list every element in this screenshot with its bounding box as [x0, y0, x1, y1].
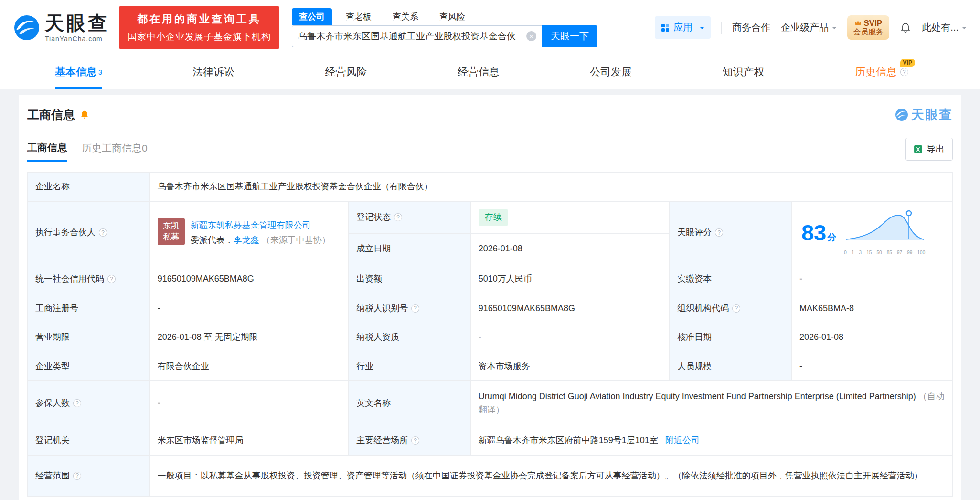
- address-text: 新疆乌鲁木齐市米东区府前中路159号1层101室: [479, 435, 658, 445]
- score-axis-tick: 0: [844, 249, 847, 257]
- staff-size-label: 人员规模: [670, 352, 792, 381]
- table-row: 工商注册号 - 纳税人识别号? 91650109MAK65BMA8G 组织机构代…: [28, 294, 953, 323]
- help-icon[interactable]: ?: [715, 228, 723, 237]
- search-area: 查公司 查老板 查关系 查风险 × 天眼一下: [292, 8, 597, 47]
- help-icon[interactable]: ?: [411, 304, 419, 313]
- registration-authority-value: 米东区市场监督管理局: [149, 426, 348, 456]
- score-axis-tick: 99: [907, 249, 912, 257]
- help-icon[interactable]: ?: [73, 399, 81, 407]
- tab-legal-proceedings[interactable]: 法律诉讼: [192, 55, 234, 89]
- apps-label: 应用: [673, 21, 692, 34]
- account-menu[interactable]: 此处有...: [922, 21, 967, 34]
- tianyan-score-label: 天眼评分?: [670, 202, 792, 264]
- score-axis-tick: 1: [852, 249, 854, 257]
- partner-logo-badge: 东凯 私募: [158, 218, 185, 245]
- help-icon[interactable]: ?: [394, 213, 402, 221]
- tab-operating-info[interactable]: 经营信息: [458, 55, 500, 89]
- vip-badge: VIP: [900, 59, 915, 67]
- top-header: 天眼查 TianYanCha.com 都在用的商业查询工具 国家中小企业发展子基…: [0, 0, 980, 55]
- taxpayer-id-value: 91650109MAK65BMA8G: [470, 294, 669, 323]
- partner-company-link[interactable]: 新疆东凯私募基金管理有限公司: [191, 220, 311, 230]
- table-row: 执行事务合伙人? 东凯 私募 新疆东凯私募基金管理有限公司 委派代表：李龙鑫 （…: [28, 202, 953, 234]
- business-address-value: 新疆乌鲁木齐市米东区府前中路159号1层101室 附近公司: [470, 426, 952, 456]
- crown-icon: [854, 20, 862, 26]
- tab-operating-risk[interactable]: 经营风险: [325, 55, 367, 89]
- score-axis-tick: 100: [917, 249, 926, 257]
- tianyancha-logo[interactable]: 天眼查 TianYanCha.com: [13, 13, 109, 42]
- chevron-down-icon: [962, 27, 967, 32]
- score-axis-tick: 3: [859, 249, 862, 257]
- delegate-name-link[interactable]: 李龙鑫: [234, 235, 259, 245]
- help-icon[interactable]: ?: [732, 304, 740, 313]
- establish-date-label: 成立日期: [349, 234, 471, 264]
- company-type-label: 企业类型: [28, 352, 150, 381]
- tab-intellectual-property[interactable]: 知识产权: [723, 55, 765, 89]
- svip-membership-button[interactable]: SVIP 会员服务: [847, 15, 889, 40]
- tab-company-development[interactable]: 公司发展: [590, 55, 632, 89]
- table-row: 经营范围? 一般项目：以私募基金从事股权投资、投资管理、资产管理等活动（须在中国…: [28, 456, 953, 497]
- credit-code-label: 统一社会信用代码?: [28, 264, 150, 294]
- help-icon[interactable]: ?: [99, 228, 107, 237]
- search-tab-risk[interactable]: 查风险: [432, 8, 472, 25]
- brand-domain: TianYanCha.com: [45, 35, 109, 42]
- tab-history-info[interactable]: 历史信息 VIP ?: [855, 55, 908, 89]
- notifications-button[interactable]: [900, 22, 911, 33]
- promo-line1: 都在用的商业查询工具: [128, 12, 271, 26]
- divider: [721, 22, 722, 34]
- search-tab-company[interactable]: 查公司: [292, 8, 332, 25]
- business-scope-label: 经营范围?: [28, 456, 150, 497]
- score-axis-tick: 85: [887, 249, 892, 257]
- score-axis-tick: 15: [866, 249, 872, 257]
- staff-size-value: -: [791, 352, 952, 381]
- subtab-history-info[interactable]: 历史工商信息0: [82, 141, 148, 161]
- executive-partner-label: 执行事务合伙人?: [28, 202, 150, 264]
- chevron-down-icon: [832, 27, 837, 32]
- english-name-label: 英文名称: [349, 381, 471, 426]
- account-label: 此处有...: [922, 21, 959, 34]
- tab-basic-info[interactable]: 基本信息 3: [55, 55, 102, 89]
- bell-icon: [900, 22, 911, 33]
- help-icon[interactable]: ?: [411, 436, 419, 445]
- help-icon[interactable]: ?: [900, 68, 908, 76]
- subtab-current-info[interactable]: 工商信息: [27, 141, 67, 162]
- business-cooperation-link[interactable]: 商务合作: [732, 21, 770, 34]
- subscribe-bell-icon[interactable]: [80, 110, 89, 120]
- registration-number-value: -: [149, 294, 348, 323]
- export-button[interactable]: 导出: [905, 138, 953, 161]
- search-button[interactable]: 天眼一下: [542, 25, 597, 47]
- apps-menu[interactable]: 应用: [655, 16, 711, 39]
- nearby-companies-link[interactable]: 附近公司: [665, 435, 700, 445]
- enterprise-products-menu[interactable]: 企业级产品: [781, 21, 837, 34]
- score-axis: 0131550859799100: [844, 249, 925, 257]
- business-address-label: 主要经营场所?: [349, 426, 471, 456]
- table-row: 企业类型 有限合伙企业 行业 资本市场服务 人员规模 -: [28, 352, 953, 381]
- company-section-nav: 基本信息 3 法律诉讼 经营风险 经营信息 公司发展 知识产权 历史信息 VIP…: [0, 55, 980, 89]
- page-content: 工商信息 天眼查 工商信息 历史工商信息0: [0, 89, 980, 500]
- industry-value: 资本市场服务: [470, 352, 669, 381]
- promo-banner[interactable]: 都在用的商业查询工具 国家中小企业发展子基金旗下机构: [119, 6, 279, 49]
- taxpayer-quality-value: -: [470, 323, 669, 352]
- table-row: 统一社会信用代码? 91650109MAK65BMA8G 出资额 5010万人民…: [28, 264, 953, 294]
- registration-number-label: 工商注册号: [28, 294, 150, 323]
- company-type-value: 有限合伙企业: [149, 352, 348, 381]
- section-title: 工商信息: [27, 107, 75, 123]
- tab-basic-info-count: 3: [98, 68, 102, 76]
- help-icon[interactable]: ?: [73, 472, 81, 480]
- insured-count-value: -: [149, 381, 348, 426]
- business-term-value: 2026-01-08 至 无固定期限: [149, 323, 348, 352]
- export-label: 导出: [927, 143, 945, 155]
- status-badge: 存续: [479, 209, 508, 226]
- score-distribution-chart: [844, 209, 925, 244]
- promo-line2: 国家中小企业发展子基金旗下机构: [128, 31, 271, 43]
- tab-history-info-label: 历史信息: [855, 65, 897, 79]
- search-tab-relation[interactable]: 查关系: [385, 8, 426, 25]
- capital-label: 出资额: [349, 264, 471, 294]
- tab-basic-info-label: 基本信息: [55, 65, 97, 79]
- clear-search-icon[interactable]: ×: [526, 31, 536, 41]
- search-tab-boss[interactable]: 查老板: [339, 8, 379, 25]
- search-tabs: 查公司 查老板 查关系 查风险: [292, 8, 597, 25]
- delegate-source-note: （来源于中基协）: [262, 235, 330, 245]
- score-axis-tick: 97: [897, 249, 902, 257]
- search-input[interactable]: [298, 31, 526, 42]
- help-icon[interactable]: ?: [107, 275, 116, 283]
